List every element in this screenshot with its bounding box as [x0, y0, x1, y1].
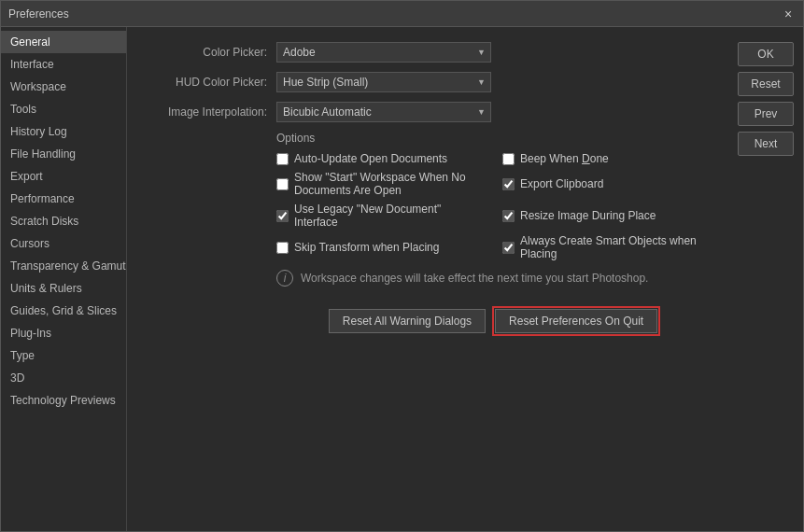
- preferences-dialog: Preferences × GeneralInterfaceWorkspaceT…: [0, 0, 804, 532]
- sidebar-item-performance[interactable]: Performance: [1, 188, 126, 210]
- checkbox-smart-objects: Always Create Smart Objects when Placing: [502, 234, 710, 260]
- sidebar-item-units---rulers[interactable]: Units & Rulers: [1, 277, 126, 300]
- checkbox-smart-objects-label[interactable]: Always Create Smart Objects when Placing: [520, 234, 710, 260]
- sidebar-item-history-log[interactable]: History Log: [1, 120, 126, 143]
- sidebar: GeneralInterfaceWorkspaceToolsHistory Lo…: [1, 27, 127, 531]
- checkbox-export-clipboard: Export Clipboard: [502, 171, 710, 197]
- checkbox-show-start: Show "Start" Workspace When No Documents…: [276, 171, 484, 197]
- checkbox-export-clipboard-label[interactable]: Export Clipboard: [520, 177, 603, 190]
- checkbox-resize-image: Resize Image During Place: [502, 203, 710, 229]
- sidebar-item-scratch-disks[interactable]: Scratch Disks: [1, 210, 126, 232]
- image-interpolation-select-wrapper: Bicubic Automatic: [276, 102, 491, 122]
- image-interpolation-select[interactable]: Bicubic Automatic: [276, 102, 491, 122]
- sidebar-item-transparency---gamut[interactable]: Transparency & Gamut: [1, 255, 126, 277]
- checkbox-legacy-new-doc: Use Legacy "New Document" Interface: [276, 203, 484, 229]
- reset-button[interactable]: Reset: [738, 72, 794, 96]
- main-content: Color Picker: Adobe HUD Color Picker: Hu…: [127, 27, 728, 531]
- checkbox-smart-objects-input[interactable]: [502, 242, 515, 254]
- color-picker-label: Color Picker:: [146, 46, 276, 59]
- color-picker-select[interactable]: Adobe: [276, 42, 491, 63]
- sidebar-item-3d[interactable]: 3D: [1, 367, 126, 389]
- options-section-label: Options: [276, 132, 710, 145]
- checkbox-skip-transform: Skip Transform when Placing: [276, 234, 484, 260]
- checkbox-skip-transform-input[interactable]: [276, 242, 289, 254]
- sidebar-item-workspace[interactable]: Workspace: [1, 76, 126, 98]
- checkbox-beep-input[interactable]: [502, 153, 515, 165]
- hud-color-picker-label: HUD Color Picker:: [146, 76, 276, 89]
- checkbox-legacy-new-doc-label[interactable]: Use Legacy "New Document" Interface: [294, 203, 484, 229]
- checkbox-auto-update-label[interactable]: Auto-Update Open Documents: [294, 152, 447, 165]
- info-text: Workspace changes will take effect the n…: [301, 272, 648, 285]
- sidebar-item-technology-previews[interactable]: Technology Previews: [1, 389, 126, 412]
- checkbox-export-clipboard-input[interactable]: [502, 178, 515, 190]
- sidebar-item-cursors[interactable]: Cursors: [1, 232, 126, 255]
- checkbox-beep: Beep When Done: [502, 152, 710, 165]
- sidebar-item-type[interactable]: Type: [1, 344, 126, 367]
- title-bar: Preferences ×: [1, 1, 803, 27]
- checkbox-show-start-input[interactable]: [276, 178, 289, 190]
- side-buttons-panel: OK Reset Prev Next: [728, 27, 803, 531]
- reset-warning-dialogs-button[interactable]: Reset All Warning Dialogs: [329, 309, 486, 333]
- next-button[interactable]: Next: [738, 132, 794, 156]
- dialog-title: Preferences: [8, 7, 69, 21]
- hud-color-picker-select[interactable]: Hue Strip (Small): [276, 72, 491, 92]
- sidebar-item-general[interactable]: General: [1, 31, 126, 53]
- sidebar-item-export[interactable]: Export: [1, 165, 126, 188]
- hud-color-picker-row: HUD Color Picker: Hue Strip (Small): [146, 72, 710, 92]
- info-row: i Workspace changes will take effect the…: [276, 270, 710, 287]
- hud-color-picker-select-wrapper: Hue Strip (Small): [276, 72, 491, 92]
- sidebar-item-plug-ins[interactable]: Plug-Ins: [1, 322, 126, 344]
- checkbox-auto-update: Auto-Update Open Documents: [276, 152, 484, 165]
- checkbox-beep-label[interactable]: Beep When Done: [520, 152, 609, 165]
- reset-preferences-on-quit-button[interactable]: Reset Preferences On Quit: [495, 309, 657, 333]
- checkbox-show-start-label[interactable]: Show "Start" Workspace When No Documents…: [294, 171, 484, 197]
- sidebar-item-interface[interactable]: Interface: [1, 53, 126, 76]
- checkbox-skip-transform-label[interactable]: Skip Transform when Placing: [294, 241, 439, 254]
- color-picker-row: Color Picker: Adobe: [146, 42, 710, 63]
- checkbox-resize-image-label[interactable]: Resize Image During Place: [520, 209, 656, 222]
- image-interpolation-row: Image Interpolation: Bicubic Automatic: [146, 102, 710, 122]
- sidebar-item-tools[interactable]: Tools: [1, 98, 126, 120]
- color-picker-select-wrapper: Adobe: [276, 42, 491, 63]
- checkbox-resize-image-input[interactable]: [502, 210, 515, 222]
- checkbox-legacy-new-doc-input[interactable]: [276, 210, 289, 222]
- close-button[interactable]: ×: [781, 7, 796, 21]
- image-interpolation-label: Image Interpolation:: [146, 105, 276, 119]
- ok-button[interactable]: OK: [738, 42, 794, 66]
- checkbox-auto-update-input[interactable]: [276, 153, 289, 165]
- sidebar-item-file-handling[interactable]: File Handling: [1, 143, 126, 165]
- dialog-body: GeneralInterfaceWorkspaceToolsHistory Lo…: [1, 27, 803, 531]
- bottom-buttons-row: Reset All Warning Dialogs Reset Preferen…: [276, 309, 710, 333]
- sidebar-item-guides--grid---slices[interactable]: Guides, Grid & Slices: [1, 300, 126, 322]
- prev-button[interactable]: Prev: [738, 102, 794, 126]
- info-icon: i: [276, 270, 293, 287]
- options-grid: Auto-Update Open Documents Beep When Don…: [276, 152, 710, 260]
